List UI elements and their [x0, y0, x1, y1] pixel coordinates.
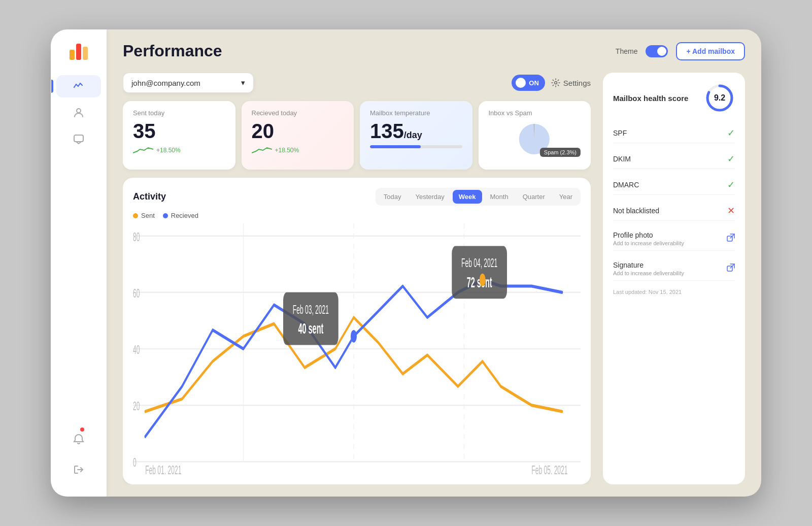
- svg-text:Feb 01, 2021: Feb 01, 2021: [145, 463, 181, 474]
- header-right: Theme + Add mailbox: [616, 42, 745, 60]
- tab-week[interactable]: Week: [453, 190, 482, 204]
- health-item-dmarc: DMARC ✓: [613, 175, 735, 195]
- svg-point-0: [77, 109, 81, 113]
- health-item-dkim: DKIM ✓: [613, 149, 735, 169]
- stat-card-sent: Sent today 35 +18.50%: [123, 101, 235, 170]
- logo: [70, 40, 88, 60]
- svg-text:60: 60: [133, 286, 140, 300]
- profile-photo-info: Profile photo Add to increase deliverabi…: [613, 231, 684, 246]
- received-label: Recieved today: [252, 109, 344, 117]
- svg-text:80: 80: [133, 229, 140, 244]
- on-label: ON: [529, 79, 539, 87]
- stats-row: Sent today 35 +18.50% Recieved today 20: [123, 101, 591, 170]
- temp-bar-fill: [370, 145, 421, 148]
- spam-tooltip: Spam (2.3%): [540, 148, 581, 157]
- profile-photo-sub: Add to increase deliverability: [613, 240, 684, 246]
- sent-label: Sent today: [133, 109, 225, 117]
- tab-yesterday[interactable]: Yesterday: [409, 190, 450, 204]
- add-mailbox-button[interactable]: + Add mailbox: [676, 42, 745, 60]
- bell-icon: [73, 434, 84, 446]
- spf-status-icon: ✓: [727, 127, 735, 139]
- logout-icon: [73, 464, 84, 477]
- activity-title: Activity: [133, 191, 166, 202]
- svg-rect-1: [74, 135, 83, 142]
- legend-received-label: Recieved: [171, 212, 198, 219]
- dkim-name: DKIM: [613, 155, 631, 163]
- legend-received-dot: [163, 213, 168, 218]
- svg-point-3: [554, 82, 557, 84]
- content-area: john@company.com ▾ ON: [123, 73, 745, 484]
- svg-point-22: [351, 330, 357, 343]
- spf-name: SPF: [613, 129, 627, 137]
- dropdown-arrow-icon: ▾: [241, 78, 245, 87]
- signature-info: Signature Add to increase deliverability: [613, 261, 684, 276]
- dkim-status-icon: ✓: [727, 153, 735, 165]
- health-item-spf: SPF ✓: [613, 123, 735, 143]
- stat-card-received: Recieved today 20 +18.50%: [242, 101, 354, 170]
- sent-trend-value: +18.50%: [156, 147, 181, 154]
- sent-value: 35: [133, 121, 225, 141]
- theme-toggle[interactable]: [646, 45, 668, 57]
- messages-icon: [73, 133, 84, 146]
- on-toggle[interactable]: ON: [512, 75, 545, 91]
- svg-rect-23: [452, 246, 507, 299]
- left-panel: john@company.com ▾ ON: [123, 73, 591, 484]
- tab-today[interactable]: Today: [378, 190, 408, 204]
- stat-card-spam: Inbox vs Spam Spam (2.3%): [479, 101, 591, 170]
- legend-received: Recieved: [163, 212, 198, 219]
- toolbar: john@company.com ▾ ON: [123, 73, 591, 93]
- health-item-blacklist: Not blacklisted ✕: [613, 201, 735, 221]
- score-circle: 9.2: [704, 83, 735, 113]
- email-value: john@company.com: [131, 79, 200, 87]
- chart-legend: Sent Recieved: [133, 212, 581, 219]
- activity-chart: 80 60 40 20 0 Feb 01, 2021 Feb 05, 2021: [133, 223, 581, 474]
- sidebar-item-logout[interactable]: [74, 459, 83, 481]
- sidebar-nav: [51, 75, 107, 429]
- signature-link-icon[interactable]: [727, 264, 735, 274]
- svg-text:Feb 05, 2021: Feb 05, 2021: [531, 463, 567, 474]
- pie-chart: Spam (2.3%): [489, 121, 581, 161]
- sidebar-item-messages[interactable]: [56, 128, 101, 150]
- activity-icon: [73, 80, 84, 93]
- tab-month[interactable]: Month: [484, 190, 515, 204]
- received-value: 20: [252, 121, 344, 141]
- profile-photo-name: Profile photo: [613, 231, 684, 239]
- svg-text:72 sent: 72 sent: [467, 274, 492, 290]
- profile-photo-link-icon[interactable]: [727, 234, 735, 244]
- settings-label: Settings: [563, 79, 591, 87]
- tab-quarter[interactable]: Quarter: [517, 190, 551, 204]
- health-score-title: Mailbox health score: [613, 94, 688, 103]
- received-trend-value: +18.50%: [275, 147, 299, 154]
- blacklist-status-icon: ✕: [727, 205, 735, 216]
- health-score-header: Mailbox health score 9.2: [613, 83, 735, 113]
- received-trend: +18.50%: [252, 145, 344, 155]
- sidebar-item-profile[interactable]: [56, 102, 101, 124]
- main-content: Performance Theme + Add mailbox john@com…: [107, 29, 761, 497]
- signature-sub: Add to increase deliverability: [613, 270, 684, 276]
- right-panel: Mailbox health score 9.2 SPF ✓ DKI: [603, 73, 745, 484]
- dmarc-status-icon: ✓: [727, 179, 735, 190]
- tab-year[interactable]: Year: [553, 190, 579, 204]
- svg-point-26: [480, 274, 486, 286]
- sidebar-item-activity[interactable]: [56, 75, 101, 97]
- legend-sent: Sent: [133, 212, 155, 219]
- sidebar-bottom: [73, 429, 84, 486]
- svg-text:Feb 04, 2021: Feb 04, 2021: [461, 256, 497, 270]
- svg-text:0: 0: [133, 455, 137, 469]
- legend-sent-dot: [133, 213, 138, 218]
- signature-name: Signature: [613, 261, 684, 269]
- email-dropdown[interactable]: john@company.com ▾: [123, 73, 254, 93]
- svg-text:40: 40: [133, 342, 140, 356]
- stat-card-temp: Mailbox temperature 135/day: [360, 101, 472, 170]
- blacklist-name: Not blacklisted: [613, 207, 659, 215]
- sidebar-item-notifications[interactable]: [74, 429, 83, 451]
- score-number: 9.2: [714, 93, 725, 103]
- time-tabs: Today Yesterday Week Month Quarter Year: [376, 188, 581, 206]
- toolbar-right: ON Settings: [512, 75, 591, 91]
- svg-text:Feb 03, 2021: Feb 03, 2021: [293, 302, 329, 316]
- page-title: Performance: [123, 42, 222, 60]
- profile-icon: [73, 107, 84, 119]
- settings-icon: [551, 78, 560, 87]
- health-item-profile-photo: Profile photo Add to increase deliverabi…: [613, 227, 735, 251]
- settings-button[interactable]: Settings: [551, 78, 591, 87]
